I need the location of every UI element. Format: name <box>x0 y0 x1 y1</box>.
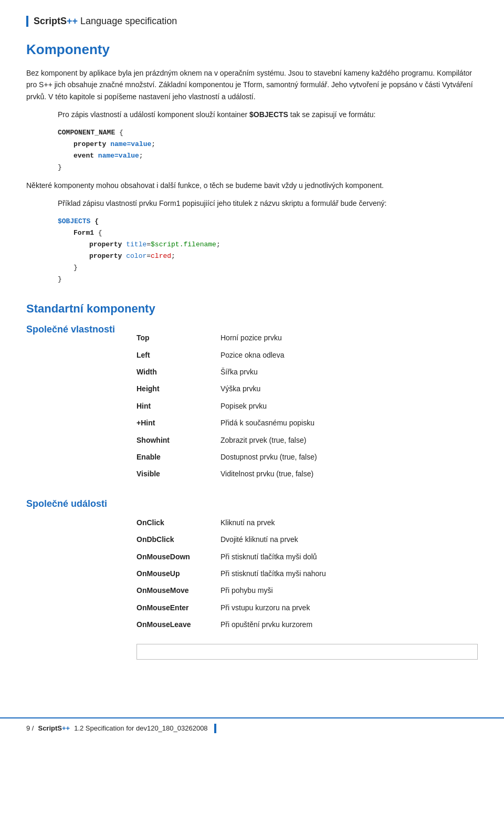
property-description: Přidá k současnému popisku <box>220 414 430 431</box>
property-description: Výška prvku <box>220 380 430 397</box>
property-name: Width <box>136 363 220 380</box>
table-row: OnMouseUpPři stisknutí tlačítka myši nah… <box>136 565 430 582</box>
property-name: Visible <box>136 465 220 482</box>
table-row: WidthŠířka prvku <box>136 363 430 380</box>
event-description: Při stisknutí tlačítka myši nahoru <box>220 565 430 582</box>
code-line-2: property name=value; <box>74 139 478 150</box>
event-name: OnMouseUp <box>136 565 220 582</box>
table-row: TopHorní pozice prvku <box>136 329 430 346</box>
event-description: Při opuštění prvku kurzorem <box>220 616 430 633</box>
code2-line-3: property title=$script.filename; <box>89 239 478 251</box>
description-after-code: Některé komponenty mohou obsahovat i dal… <box>26 180 478 191</box>
property-name: Left <box>136 347 220 363</box>
table-row: VisibleViditelnost prvku (true, false) <box>136 465 430 482</box>
brand-plusplus: ++ <box>67 16 78 26</box>
header-title: ScriptS++ Language specification <box>34 16 177 27</box>
property-description: Dostupnost prvku (true, false) <box>220 449 430 465</box>
spolecne-vlastnosti-section: Společné vlastnosti TopHorní pozice prvk… <box>26 324 478 493</box>
table-row: OnMouseMovePři pohybu myši <box>136 582 430 599</box>
code-line-3: event name=value; <box>74 150 478 162</box>
code-block-1: COMPONENT_NAME { property name=value; ev… <box>58 127 478 173</box>
property-name: Showhint <box>136 432 220 449</box>
property-description: Pozice okna odleva <box>220 347 430 363</box>
table-row: LeftPozice okna odleva <box>136 347 430 363</box>
spolecne-udalosti-label-col: Společné události <box>26 498 136 517</box>
property-description: Horní pozice prvku <box>220 329 430 346</box>
intro-paragraph: Bez komponent by aplikace byla jen prázd… <box>26 67 478 102</box>
property-description: Šířka prvku <box>220 363 430 380</box>
table-row: ShowhintZobrazit prvek (true, false) <box>136 432 430 449</box>
standartni-title: Standartní komponenty <box>26 302 478 316</box>
code-line-1: COMPONENT_NAME { <box>58 127 478 139</box>
spolecne-udalosti-title: Společné události <box>26 498 136 509</box>
table-row: HeightVýška prvku <box>136 380 430 397</box>
main-title: Komponenty <box>26 41 478 58</box>
example-intro-text: Příklad zápisu vlastností prvku Form1 po… <box>58 197 478 209</box>
brand-script-s: ScriptS <box>34 16 67 26</box>
table-row: HintPopisek prvku <box>136 398 430 414</box>
event-description: Při pohybu myši <box>220 582 430 599</box>
table-border-box <box>136 644 478 660</box>
property-name: +Hint <box>136 414 220 431</box>
table-row: OnMouseDownPři stisknutí tlačítka myši d… <box>136 548 430 565</box>
code-block-2: $OBJECTS { Form1 { property title=$scrip… <box>58 216 478 286</box>
property-name: Enable <box>136 449 220 465</box>
property-description: Zobrazit prvek (true, false) <box>220 432 430 449</box>
event-name: OnDbClick <box>136 531 220 548</box>
events-table: OnClickKliknutí na prvekOnDbClickDvojité… <box>136 514 430 633</box>
page-container: ScriptS++ Language specification Kompone… <box>0 0 504 738</box>
event-description: Při vstupu kurzoru na prvek <box>220 599 430 616</box>
property-name: Hint <box>136 398 220 414</box>
code2-line-2: Form1 { <box>74 227 478 239</box>
code-line-4: } <box>58 162 478 173</box>
spolecne-udalosti-table-col: OnClickKliknutí na prvekOnDbClickDvojité… <box>136 498 478 660</box>
spolecne-udalosti-section: Společné události OnClickKliknutí na prv… <box>26 498 478 660</box>
property-name: Height <box>136 380 220 397</box>
footer-version: 1.2 Specification for dev120_180_0326200… <box>74 724 207 732</box>
code2-line-1: $OBJECTS { <box>58 216 478 227</box>
event-name: OnMouseLeave <box>136 616 220 633</box>
footer-brand: ScriptS++ <box>38 724 70 732</box>
properties-table: TopHorní pozice prvkuLeftPozice okna odl… <box>136 329 430 483</box>
table-row: EnableDostupnost prvku (true, false) <box>136 449 430 465</box>
header-bar: ScriptS++ Language specification <box>26 16 478 27</box>
code2-line-5: } <box>74 262 478 274</box>
event-name: OnMouseEnter <box>136 599 220 616</box>
table-row: +HintPřidá k současnému popisku <box>136 414 430 431</box>
property-description: Viditelnost prvku (true, false) <box>220 465 430 482</box>
spolecne-vlastnosti-table-col: TopHorní pozice prvkuLeftPozice okna odl… <box>136 324 478 493</box>
spolecne-vlastnosti-label-col: Společné vlastnosti <box>26 324 136 342</box>
event-description: Dvojité kliknutí na prvek <box>220 531 430 548</box>
event-description: Kliknutí na prvek <box>220 514 430 531</box>
property-description: Popisek prvku <box>220 398 430 414</box>
table-row: OnDbClickDvojité kliknutí na prvek <box>136 531 430 548</box>
code2-line-4: property color=clred; <box>89 251 478 262</box>
footer-bar-indicator <box>214 724 216 733</box>
event-name: OnMouseDown <box>136 548 220 565</box>
table-row: OnClickKliknutí na prvek <box>136 514 430 531</box>
property-name: Top <box>136 329 220 346</box>
footer-bar: 9 / ScriptS++ 1.2 Specification for dev1… <box>0 717 504 738</box>
event-name: OnMouseMove <box>136 582 220 599</box>
table-row: OnMouseEnterPři vstupu kurzoru na prvek <box>136 599 430 616</box>
footer-page-num: 9 / <box>26 724 34 732</box>
code2-line-6: } <box>58 274 478 285</box>
header-subtitle: Language specification <box>78 16 177 26</box>
objects-intro-text: Pro zápis vlastností a událostí komponen… <box>58 109 478 120</box>
event-name: OnClick <box>136 514 220 531</box>
spolecne-vlastnosti-title: Společné vlastnosti <box>26 324 136 335</box>
event-description: Při stisknutí tlačítka myši dolů <box>220 548 430 565</box>
table-row: OnMouseLeavePři opuštění prvku kurzorem <box>136 616 430 633</box>
